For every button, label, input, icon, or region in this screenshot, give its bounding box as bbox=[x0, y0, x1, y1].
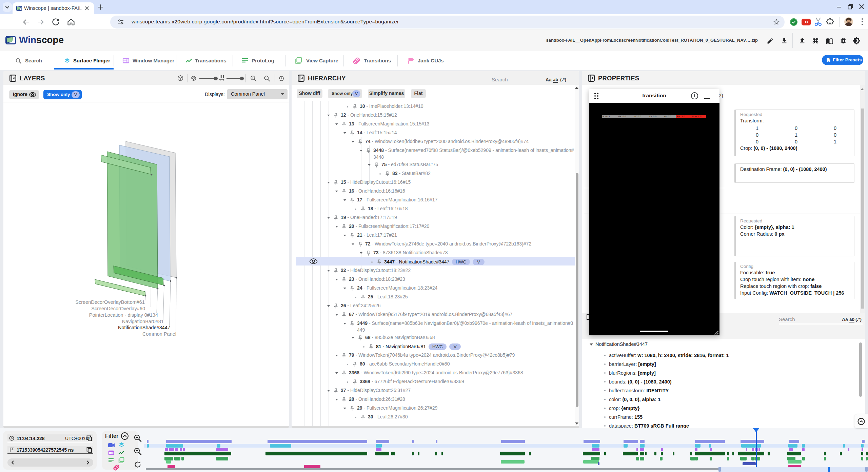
svg-text:NavigationBar0#81: NavigationBar0#81 bbox=[122, 319, 164, 324]
svg-text:ScreenDecorOverlayBottom#61: ScreenDecorOverlayBottom#61 bbox=[75, 299, 145, 305]
svg-text:PointerLocation - display 0#13: PointerLocation - display 0#134 bbox=[89, 312, 158, 318]
svg-text:NotificationShade#3447: NotificationShade#3447 bbox=[118, 325, 170, 330]
svg-text:Common Panel: Common Panel bbox=[142, 331, 176, 337]
svg-text:ScreenDecorOverlay#60: ScreenDecorOverlay#60 bbox=[91, 306, 145, 311]
